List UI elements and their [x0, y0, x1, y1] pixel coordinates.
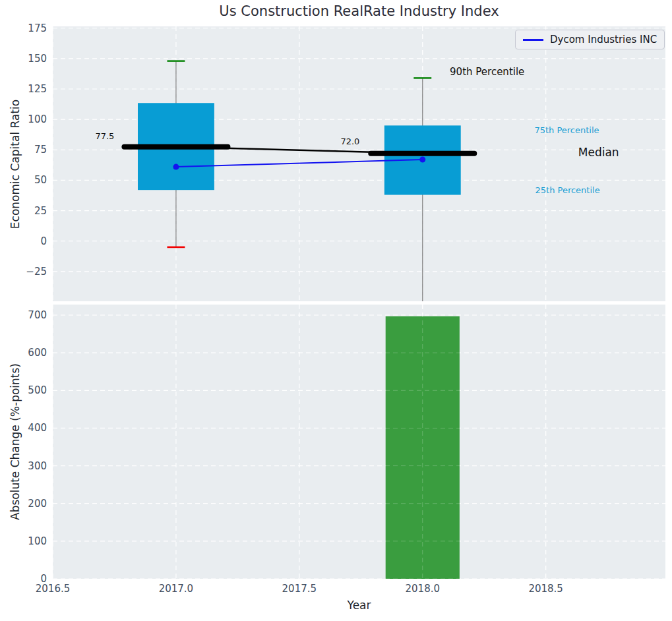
y-axis-label-top: Economic Capital Ratio [9, 99, 22, 228]
y-tick-label: 600 [28, 347, 47, 359]
y-tick-label: 175 [28, 22, 47, 34]
annotation-72-0: 72.0 [340, 136, 359, 146]
annotation-75th-percentile: 75th Percentile [534, 125, 599, 135]
figure: 1751501251007550250−2577.572.090th Perce… [0, 0, 672, 621]
series-marker-dycom [173, 164, 179, 170]
y-tick-label: 50 [34, 174, 47, 186]
legend: Dycom Industries INC [515, 30, 665, 49]
y-tick-label: 150 [28, 53, 47, 65]
annotation-25th-percentile: 25th Percentile [535, 185, 600, 195]
x-tick-label: 2018.5 [528, 583, 563, 595]
annotation-77-5: 77.5 [95, 131, 114, 141]
x-tick-label: 2017.0 [159, 583, 194, 595]
y-tick-label: 0 [40, 235, 47, 247]
y-tick-label: 25 [34, 205, 47, 217]
x-tick-label: 2017.5 [282, 583, 317, 595]
series-marker-dycom [419, 157, 425, 163]
y-axis-label-bottom: Absolute Change (%-points) [9, 363, 22, 520]
x-tick-label: 2016.5 [36, 583, 71, 595]
legend-line-sample [523, 39, 543, 41]
y-tick-label: 200 [28, 498, 47, 510]
y-axis-label-bottom-container: Absolute Change (%-points) [0, 305, 30, 579]
absolute-change-plot-area [53, 305, 665, 579]
annotation-90th-percentile: 90th Percentile [450, 66, 524, 78]
y-tick-label: 75 [34, 144, 47, 156]
y-tick-label: 300 [28, 460, 47, 472]
y-tick-label: 400 [28, 422, 47, 434]
chart-title: Us Construction RealRate Industry Index [53, 3, 665, 19]
x-tick-label: 2018.0 [406, 583, 441, 595]
y-tick-label: 700 [28, 309, 47, 321]
y-tick-label: 500 [28, 384, 47, 396]
y-tick-label: 100 [28, 535, 47, 547]
y-tick-label: 125 [28, 83, 47, 95]
y-axis-label-top-container: Economic Capital Ratio [0, 26, 30, 301]
chart-svg: 1751501251007550250−2577.572.090th Perce… [0, 0, 672, 621]
x-axis-label: Year [53, 599, 665, 612]
annotation-median: Median [578, 146, 619, 159]
legend-label: Dycom Industries INC [550, 34, 657, 45]
y-tick-label: 100 [28, 113, 47, 125]
